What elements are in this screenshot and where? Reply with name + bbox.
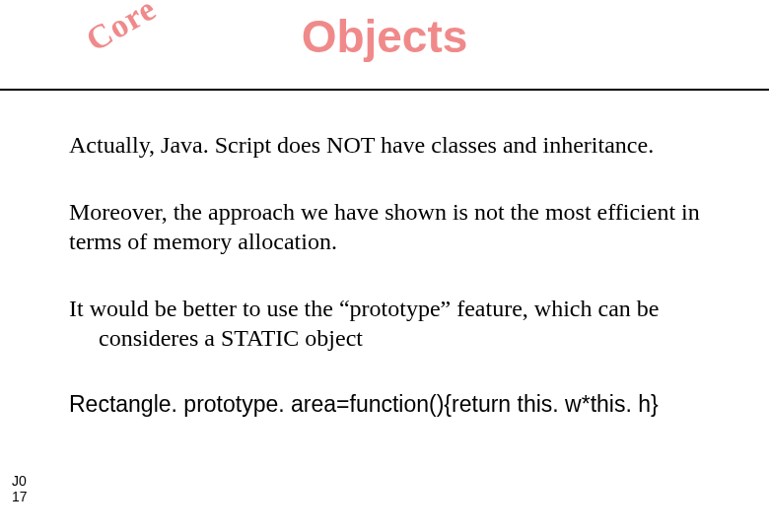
slide-header: Core Objects (0, 0, 769, 91)
slide-footer: J0 17 (12, 474, 28, 504)
paragraph-2: Moreover, the approach we have shown is … (69, 197, 739, 256)
paragraph-4-code: Rectangle. prototype. area=function(){re… (69, 390, 739, 419)
paragraph-3: It would be better to use the “prototype… (69, 294, 739, 353)
slide: Core Objects Actually, Java. Script does… (0, 0, 769, 532)
slide-title: Objects (0, 10, 769, 63)
paragraph-1: Actually, Java. Script does NOT have cla… (69, 130, 739, 160)
footer-line-1: J0 (12, 474, 28, 489)
slide-body: Actually, Java. Script does NOT have cla… (0, 91, 769, 419)
footer-line-2: 17 (12, 490, 28, 504)
